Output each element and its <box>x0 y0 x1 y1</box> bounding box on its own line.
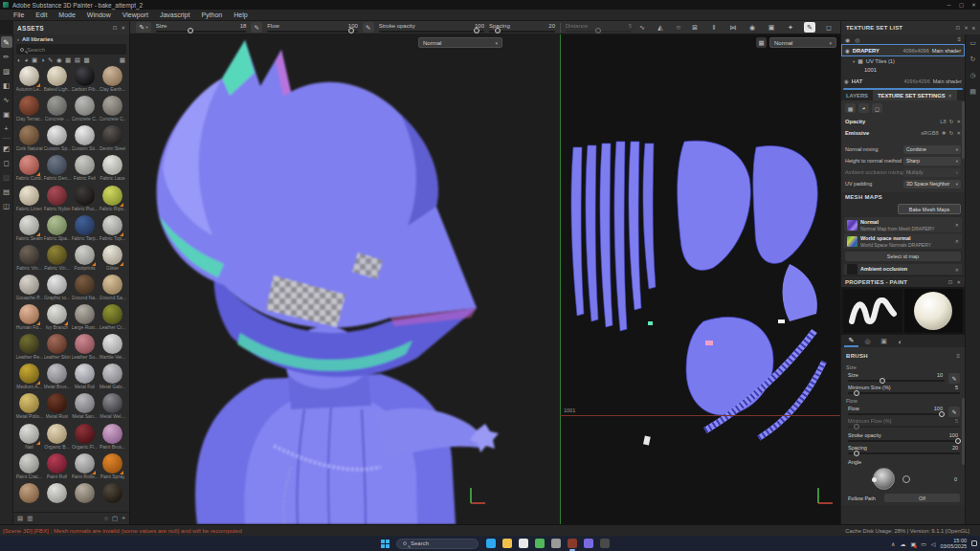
projection-properties-tab[interactable]: ▣ <box>877 336 891 347</box>
asset-item[interactable] <box>15 482 43 512</box>
bake-mesh-maps-button[interactable]: Bake Mesh Maps <box>898 204 961 214</box>
snapshot-icon[interactable]: ◻ <box>823 24 835 32</box>
asset-item[interactable]: Carbon Fib... <box>71 65 99 95</box>
taskbar-terminal-icon[interactable] <box>551 539 561 548</box>
uv-tiles-row[interactable]: ▾ ▦ UV Tiles (1) <box>841 56 965 66</box>
list-view-icon[interactable]: ▤ <box>17 515 23 522</box>
menu-python[interactable]: Python <box>195 11 228 18</box>
tile-display-icon[interactable]: ▢ <box>112 515 118 522</box>
ao-mixing-select[interactable]: Multiply▾ <box>903 168 961 177</box>
mesh-map-normal[interactable]: Normal Normal Map from Mesh DRAPERY ✕ <box>844 217 962 232</box>
paint-tool[interactable]: ✎ <box>1 36 12 48</box>
asset-item[interactable]: Metal Foil <box>71 363 99 392</box>
close-panel-icon[interactable]: ✕ <box>956 279 961 285</box>
tab-layers[interactable]: LAYERS <box>841 90 873 100</box>
smart-materials-filter-icon[interactable]: ◕ <box>24 56 28 64</box>
smudge-tool[interactable]: ∿ <box>1 94 12 105</box>
brush-spacing-slider[interactable]: Spacing20 <box>848 445 960 454</box>
environments-filter-icon[interactable]: ▤ <box>75 56 80 64</box>
toolbar-spacing-slider[interactable]: Spacing20 <box>489 23 555 33</box>
brushes-filter-icon[interactable]: ✎ <box>48 56 53 64</box>
taskbar-discord-icon[interactable] <box>584 539 593 548</box>
asset-item[interactable]: Autumn Le... <box>15 65 43 95</box>
asset-item[interactable]: Fabric Linen <box>15 185 43 214</box>
asset-item[interactable]: Fabric Felt <box>71 154 99 184</box>
asset-item[interactable] <box>99 482 126 512</box>
remove-channel-icon[interactable]: ✕ <box>956 130 961 136</box>
asset-item[interactable]: Human Fo... <box>15 303 43 333</box>
clear-map-icon[interactable]: ✕ <box>955 238 959 244</box>
effects-tool[interactable]: ▥ <box>1 171 12 183</box>
channels-icon[interactable]: ▦ <box>845 103 856 113</box>
size-pressure-toggle[interactable]: ✎ <box>251 22 262 33</box>
volume-icon[interactable]: ◁ <box>931 540 936 547</box>
asset-item[interactable]: Metal Rust <box>43 392 71 422</box>
asset-item[interactable]: Footprints <box>71 244 99 274</box>
brush-menu-icon[interactable]: ≡ <box>956 353 960 359</box>
stencil-icon[interactable]: ≋ <box>673 24 684 32</box>
asset-item[interactable] <box>71 482 99 512</box>
asset-item[interactable]: Paint Spray <box>99 452 126 482</box>
taskbar-settings-icon[interactable] <box>600 539 610 548</box>
asset-item[interactable]: Clay Earth... <box>99 65 126 95</box>
uv-padding-select[interactable]: 3D Space Neighbor▾ <box>903 180 961 188</box>
projection-tool[interactable]: ▨ <box>1 65 12 77</box>
channel-opacity[interactable]: Opacity L8 ❖ ↻ ✕ <box>845 116 961 127</box>
float-panel-icon[interactable]: ⊡ <box>948 279 953 285</box>
visibility-all-icon[interactable]: ◉ <box>845 36 850 43</box>
asset-item[interactable]: Concrete ... <box>43 95 71 124</box>
brush-min-flow-slider[interactable]: Minimum Flow (%)5 <box>848 418 960 428</box>
asset-item[interactable]: Gouache P... <box>15 274 43 303</box>
asset-item[interactable]: Leather Re... <box>15 333 43 363</box>
asset-item[interactable]: Cork Natural <box>15 124 43 154</box>
selection-frame-icon[interactable]: ◻ <box>872 103 882 113</box>
library-selector[interactable]: › All libraries <box>13 34 129 44</box>
follow-path-toggle[interactable]: Off <box>884 494 960 502</box>
taskbar-edge-icon[interactable] <box>486 539 496 548</box>
angle-dial[interactable] <box>873 468 895 490</box>
asset-item[interactable]: Leather Skin <box>43 333 71 363</box>
asset-item[interactable]: Metal Wel... <box>99 392 126 422</box>
clone-tool[interactable]: ▣ <box>1 108 12 120</box>
flow-pressure-toggle-panel[interactable]: ✎ <box>948 407 960 417</box>
asset-item[interactable]: Organic B... <box>43 423 71 452</box>
asset-item[interactable]: Concrete C... <box>71 95 99 124</box>
asset-item[interactable]: Graphic to... <box>43 274 71 303</box>
lazy-mouse-icon[interactable]: ∿ <box>636 24 648 32</box>
tray-chevron-icon[interactable]: ∧ <box>891 540 895 547</box>
brush-properties-tab[interactable]: ✎ <box>844 336 858 347</box>
geometry-mask-tool[interactable]: ◩ <box>1 143 12 154</box>
polygon-fill-tool[interactable]: ◧ <box>1 79 12 91</box>
asset-item[interactable]: Leather Cr... <box>99 303 126 333</box>
list-options-icon[interactable]: ≡ <box>957 36 961 42</box>
asset-item[interactable]: Paint Rolle... <box>71 452 99 482</box>
asset-item[interactable]: Fabric Lace <box>99 154 126 184</box>
eraser-properties-tab[interactable]: ◎ <box>860 336 875 347</box>
brush-stroke-preview[interactable] <box>843 289 902 333</box>
asset-item[interactable]: Fabric Nylon <box>43 185 71 214</box>
menu-javascript[interactable]: Javascript <box>154 11 196 18</box>
taskbar-folder-icon[interactable] <box>502 539 512 548</box>
material-picker-tool[interactable]: + <box>1 122 12 134</box>
symmetry-mirror-icon[interactable]: ◭ <box>655 24 666 32</box>
asset-item[interactable]: Medium A... <box>15 363 43 392</box>
dock-display-settings-icon[interactable]: ▭ <box>969 39 976 47</box>
brush-min-size-slider[interactable]: Minimum Size (%)5 <box>848 385 960 394</box>
taskbar-store-icon[interactable] <box>535 539 545 548</box>
asset-search-input[interactable]: Search <box>16 44 126 55</box>
uv-grid-toggle-icon[interactable]: ▦ <box>756 37 767 48</box>
size-pressure-toggle-panel[interactable]: ✎ <box>948 373 960 384</box>
remove-channel-icon[interactable]: ✕ <box>956 119 961 124</box>
asset-item[interactable]: Fabric Cord... <box>15 154 43 184</box>
texture-set-hat[interactable]: ◉ HAT 4096x4096 Main shader <box>841 75 965 87</box>
resolution-icon[interactable]: ◕ <box>858 103 869 113</box>
asset-item[interactable]: Custom Sp... <box>43 124 71 154</box>
selection-tool[interactable]: ◻ <box>1 157 12 168</box>
reset-channel-icon[interactable]: ↻ <box>949 130 954 136</box>
toolbar-stroke-opacity-slider[interactable]: Stroke opacity100 <box>379 23 484 33</box>
alphas-filter-icon[interactable]: ◉ <box>56 56 62 64</box>
sphere-display-icon[interactable]: ○ <box>104 515 108 522</box>
asset-item[interactable]: Glitter <box>99 244 126 274</box>
details-view-icon[interactable]: ▥ <box>27 515 33 522</box>
asset-item[interactable] <box>43 482 71 512</box>
